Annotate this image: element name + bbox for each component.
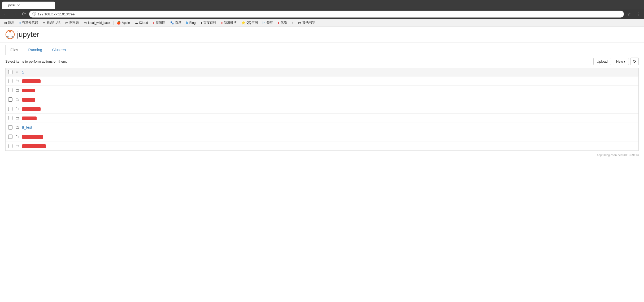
table-row: 🗀 bbox=[6, 86, 638, 95]
bookmark-youku-label: 优酷 bbox=[281, 20, 287, 25]
tab-title: jupyter bbox=[6, 3, 15, 7]
bookmark-linkedin-label: 领英 bbox=[267, 20, 273, 25]
file-checkbox[interactable] bbox=[8, 79, 12, 83]
apps-icon: ⊞ bbox=[4, 21, 7, 25]
upload-button[interactable]: Upload bbox=[593, 58, 611, 65]
file-link[interactable] bbox=[22, 107, 41, 111]
tab-files[interactable]: Files bbox=[5, 45, 23, 55]
folder-icon: 🗀 bbox=[15, 106, 19, 111]
svg-point-1 bbox=[9, 31, 11, 33]
bookmark-linkedin[interactable]: in 领英 bbox=[260, 20, 275, 25]
filename-tt-test: tt_test bbox=[22, 125, 32, 130]
bookmark-qq-label: QQ空间 bbox=[246, 20, 258, 25]
bookmark-apps[interactable]: ⊞ 应用 bbox=[2, 20, 16, 25]
bookmark-sina[interactable]: ● 新浪网 bbox=[151, 20, 167, 25]
bookmark-weibo[interactable]: ● 新浪微博 bbox=[219, 20, 239, 25]
home-button[interactable]: ⌂ bbox=[21, 70, 24, 75]
bookmark-localwiki-label: local_wiki_back bbox=[88, 21, 110, 25]
folder-icon: 🗀 bbox=[15, 97, 19, 102]
bookmark-riselab[interactable]: 🗀 RISELAB bbox=[41, 20, 63, 25]
bookmark-icon[interactable]: ☆ bbox=[625, 10, 633, 18]
back-button[interactable]: ← bbox=[2, 10, 10, 18]
bookmark-baidubaike-label: 百度百科 bbox=[203, 20, 216, 25]
tab-clusters[interactable]: Clusters bbox=[47, 45, 71, 55]
redacted-filename bbox=[22, 98, 35, 102]
file-link[interactable] bbox=[22, 88, 35, 92]
bookmark-apps-label: 应用 bbox=[8, 20, 14, 25]
jupyter-logo-icon bbox=[5, 30, 15, 39]
file-checkbox[interactable] bbox=[8, 135, 12, 139]
footer-text: http://blog.csdn.net/u011329113 bbox=[597, 153, 639, 157]
browser-toolbar: ← → ⟳ ⓘ ☆ ⋮ bbox=[0, 9, 644, 19]
folder-icon: 🗀 bbox=[15, 144, 19, 148]
bookmark-baidubaike[interactable]: ● 百度百科 bbox=[198, 20, 218, 25]
address-input[interactable] bbox=[38, 12, 621, 16]
page-footer: http://blog.csdn.net/u011329113 bbox=[0, 151, 644, 159]
new-button[interactable]: New ▾ bbox=[613, 58, 629, 65]
file-link[interactable] bbox=[22, 97, 35, 102]
bookmark-more[interactable]: » bbox=[290, 20, 296, 25]
table-row: 🗀 bbox=[6, 76, 638, 86]
bookmark-apple[interactable]: 🍎 Apple bbox=[115, 20, 132, 25]
svg-point-2 bbox=[7, 36, 9, 38]
bookmark-riselab-label: RISELAB bbox=[47, 21, 60, 25]
file-link[interactable] bbox=[22, 135, 43, 139]
info-icon: ⓘ bbox=[32, 12, 36, 16]
redacted-filename bbox=[22, 107, 41, 111]
address-bar-container: ⓘ bbox=[29, 11, 624, 18]
bookmark-localwiki[interactable]: 🗀 local_wiki_back bbox=[82, 20, 112, 25]
file-link[interactable] bbox=[22, 144, 46, 148]
file-checkbox[interactable] bbox=[8, 116, 12, 120]
redacted-filename bbox=[22, 79, 41, 83]
bookmark-apple-label: Apple bbox=[122, 21, 130, 25]
file-checkbox[interactable] bbox=[8, 88, 12, 92]
bookmark-youdao[interactable]: ● 有道云笔记 bbox=[17, 20, 40, 25]
browser-tab[interactable]: jupyter ✕ bbox=[2, 2, 55, 9]
select-all-checkbox[interactable] bbox=[8, 70, 12, 74]
tabs-bar: Files Running Clusters bbox=[0, 45, 644, 55]
svg-point-3 bbox=[12, 36, 14, 38]
bookmark-aliyun[interactable]: 🗀 阿里云 bbox=[63, 20, 81, 25]
bookmark-aliyun-label: 阿里云 bbox=[69, 20, 79, 25]
bookmark-baidu-label: 百度 bbox=[175, 20, 181, 25]
select-dropdown-button[interactable]: ▾ bbox=[15, 70, 19, 75]
bookmark-other[interactable]: 🗀 其他书签 bbox=[296, 20, 317, 25]
jupyter-logo: jupyter bbox=[5, 30, 39, 39]
menu-icon[interactable]: ⋮ bbox=[634, 10, 642, 18]
redacted-filename bbox=[22, 135, 43, 139]
page-content: jupyter Files Running Clusters Select it… bbox=[0, 27, 644, 302]
bookmark-youku[interactable]: ● 优酷 bbox=[276, 20, 289, 25]
table-row: 🗀 bbox=[6, 141, 638, 150]
file-link[interactable] bbox=[22, 79, 41, 83]
select-message: Select items to perform actions on them. bbox=[5, 59, 67, 63]
folder-icon: 🗀 bbox=[15, 134, 19, 139]
bookmark-bing[interactable]: b Bing bbox=[184, 20, 198, 25]
bookmark-qq[interactable]: ⭐ QQ空间 bbox=[239, 20, 260, 25]
folder-icon: 🗀 bbox=[15, 116, 19, 120]
refresh-button[interactable]: ⟳ bbox=[630, 58, 639, 65]
file-link[interactable] bbox=[22, 116, 37, 120]
jupyter-header: jupyter bbox=[0, 27, 644, 43]
new-dropdown-arrow: ▾ bbox=[624, 59, 625, 63]
forward-button[interactable]: → bbox=[11, 10, 19, 18]
file-list-header: ▾ ⌂ bbox=[5, 68, 639, 76]
table-row: 🗀 bbox=[6, 114, 638, 123]
file-checkbox[interactable] bbox=[8, 144, 12, 148]
file-link[interactable]: tt_test bbox=[22, 125, 32, 130]
separator1 bbox=[113, 21, 114, 25]
tab-running[interactable]: Running bbox=[23, 45, 47, 55]
redacted-filename bbox=[22, 117, 37, 120]
table-row: 🗀 bbox=[6, 132, 638, 141]
file-list: 🗀 🗀 🗀 bbox=[5, 76, 639, 151]
file-checkbox[interactable] bbox=[8, 107, 12, 111]
redacted-filename bbox=[22, 144, 46, 148]
bookmark-baidu[interactable]: 🐾 百度 bbox=[168, 20, 184, 25]
bookmark-weibo-label: 新浪微博 bbox=[224, 20, 237, 25]
reload-button[interactable]: ⟳ bbox=[20, 10, 28, 18]
tab-close-button[interactable]: ✕ bbox=[17, 3, 20, 7]
file-checkbox[interactable] bbox=[8, 97, 12, 102]
new-button-label: New bbox=[616, 59, 623, 63]
browser-chrome: jupyter ✕ ← → ⟳ ⓘ ☆ ⋮ bbox=[0, 0, 644, 19]
bookmark-icloud[interactable]: ☁ iCloud bbox=[133, 20, 150, 25]
file-checkbox[interactable] bbox=[8, 125, 12, 130]
